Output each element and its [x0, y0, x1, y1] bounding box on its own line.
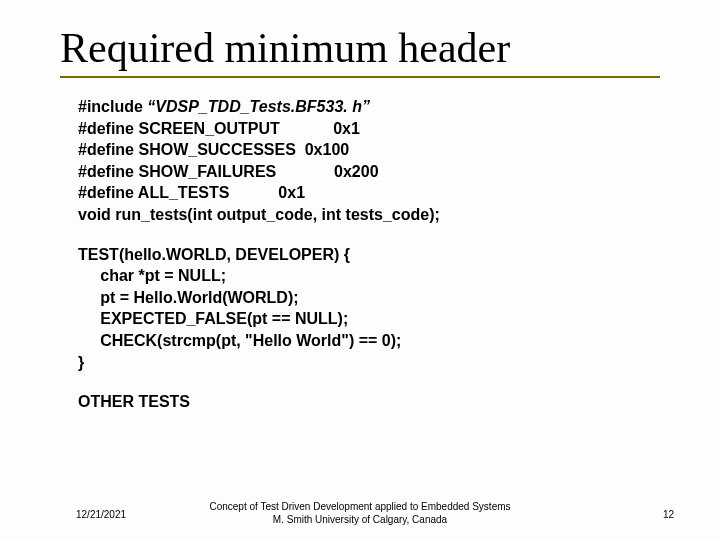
slide-title: Required minimum header — [60, 24, 660, 72]
include-path: “VDSP_TDD_Tests.BF533. h” — [147, 98, 370, 115]
footer-center-line1: Concept of Test Driven Development appli… — [209, 501, 510, 512]
include-prefix: #include — [78, 98, 147, 115]
code-block-test: TEST(hello.WORLD, DEVELOPER) { char *pt … — [78, 244, 660, 374]
slide-body: #include “VDSP_TDD_Tests.BF533. h” #defi… — [78, 96, 660, 413]
slide: Required minimum header #include “VDSP_T… — [0, 0, 720, 540]
code-block-header: #include “VDSP_TDD_Tests.BF533. h” #defi… — [78, 96, 660, 226]
code-block-other: OTHER TESTS — [78, 391, 660, 413]
footer-page: 12 — [663, 509, 674, 520]
title-rule — [60, 76, 660, 78]
footer-center: Concept of Test Driven Development appli… — [0, 501, 720, 526]
footer-center-line2: M. Smith University of Calgary, Canada — [273, 514, 447, 525]
defines-block: #define SCREEN_OUTPUT 0x1 #define SHOW_S… — [78, 120, 440, 223]
